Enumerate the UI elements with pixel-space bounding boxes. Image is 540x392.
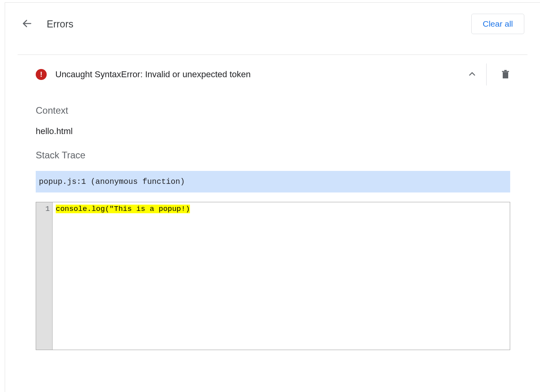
- stack-frame[interactable]: popup.js:1 (anonymous function): [36, 171, 510, 192]
- context-heading: Context: [36, 105, 524, 116]
- clear-all-button[interactable]: Clear all: [471, 14, 524, 34]
- line-number: 1: [36, 205, 50, 213]
- error-details: Context hello.html Stack Trace popup.js:…: [21, 94, 524, 350]
- stack-trace-heading: Stack Trace: [36, 150, 524, 161]
- page-title: Errors: [47, 18, 73, 30]
- page-header: Errors Clear all: [21, 14, 524, 54]
- svg-rect-2: [502, 71, 509, 72]
- error-icon: !: [36, 69, 47, 80]
- arrow-left-icon: [22, 18, 33, 30]
- context-value: hello.html: [36, 126, 524, 136]
- error-summary-row[interactable]: ! Uncaught SyntaxError: Invalid or unexp…: [21, 55, 524, 94]
- chevron-up-icon: [468, 70, 476, 80]
- line-number-gutter: 1: [36, 202, 53, 350]
- delete-error-button[interactable]: [487, 64, 524, 85]
- collapse-button[interactable]: [458, 64, 486, 85]
- back-button[interactable]: [21, 18, 33, 30]
- code-content: console.log("This is a popup!): [53, 202, 510, 350]
- svg-rect-1: [503, 72, 508, 78]
- trash-icon: [501, 69, 510, 80]
- code-viewer: 1 console.log("This is a popup!): [36, 202, 510, 350]
- svg-rect-3: [504, 70, 507, 71]
- code-highlight: console.log("This is a popup!): [56, 205, 190, 213]
- error-message: Uncaught SyntaxError: Invalid or unexpec…: [55, 69, 449, 80]
